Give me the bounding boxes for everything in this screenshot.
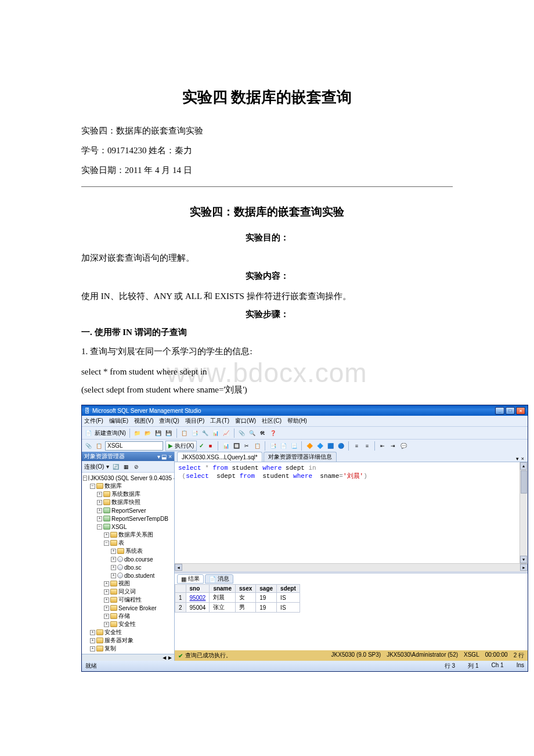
horizontal-scrollbar[interactable]: ◄► <box>82 654 174 661</box>
tree-table-student[interactable]: +dbo.student <box>82 571 174 579</box>
close-button[interactable]: × <box>516 407 525 415</box>
menu-community[interactable]: 社区(C) <box>262 417 282 425</box>
tree-node[interactable]: +复制 <box>82 645 174 653</box>
tree-node[interactable]: +ReportServerTempDB <box>82 514 174 523</box>
col-sage[interactable]: sage <box>256 585 277 593</box>
tree-node[interactable]: +视图 <box>82 579 174 588</box>
tree-databases-node[interactable]: −数据库 <box>82 482 174 490</box>
tool-icon[interactable]: 🛠 <box>259 429 267 437</box>
execute-button[interactable]: ▶ 执行(X) <box>165 441 197 451</box>
tree-node[interactable]: +安全性 <box>82 620 174 628</box>
tool-icon[interactable]: 📈 <box>222 429 230 437</box>
table-row[interactable]: 2 95004 张立 男 19 IS <box>175 603 300 613</box>
editor-horizontal-scrollbar[interactable]: ◄ ► <box>175 563 528 571</box>
tree-node[interactable]: +数据库关系图 <box>82 531 174 539</box>
tree-node[interactable]: +同义词 <box>82 588 174 596</box>
tree-xsgl-node[interactable]: −XSGL <box>82 523 174 531</box>
parse-icon[interactable]: ✓ <box>199 442 204 449</box>
tool-icon[interactable]: 🔍 <box>248 429 257 437</box>
tree-node[interactable]: +Service Broker <box>82 604 174 612</box>
tool-icon[interactable]: 📋 <box>253 442 261 450</box>
col-sno[interactable]: sno <box>186 585 210 593</box>
tree-node[interactable]: +系统数据库 <box>82 490 174 498</box>
ssms-window: 🗄 Microsoft SQL Server Management Studio… <box>81 405 528 672</box>
tool-icon[interactable]: ≡ <box>363 442 371 450</box>
tree-node[interactable]: +数据库快照 <box>82 498 174 506</box>
comment-icon[interactable]: 💬 <box>399 442 407 450</box>
tool-icon[interactable]: ≡ <box>352 442 360 450</box>
tool-icon[interactable]: 📊 <box>212 429 220 437</box>
results-grid[interactable]: sno sname ssex sage sdept 1 95002 刘晨 女 <box>175 584 528 650</box>
tree-table-course[interactable]: +dbo.course <box>82 555 174 563</box>
tool-icon[interactable]: 📑 <box>269 442 277 450</box>
tool-icon[interactable]: 📄 <box>279 442 287 450</box>
outdent-icon[interactable]: ⇥ <box>389 442 397 450</box>
tool-icon[interactable]: ✂ <box>243 442 251 450</box>
tool-icon[interactable]: 🟦 <box>326 442 334 450</box>
tab-query-file[interactable]: JKX5030.XSG...LQuery1.sql* <box>177 452 262 462</box>
tool-icon[interactable]: 📃 <box>290 442 298 450</box>
connect-button[interactable]: 连接(O) <box>84 463 104 471</box>
tree-server-node[interactable]: −JKX5030 (SQL Server 9.0.4035 - JKX5030\… <box>82 474 174 482</box>
dropdown-icon[interactable]: ▾ <box>106 463 109 470</box>
tab-results[interactable]: ▦结果 <box>177 574 204 584</box>
menu-help[interactable]: 帮助(H) <box>287 417 307 425</box>
col-sdept[interactable]: sdept <box>277 585 300 593</box>
tree-node[interactable]: +可编程性 <box>82 596 174 604</box>
tool-icon[interactable]: 🔷 <box>316 442 324 450</box>
tree-node[interactable]: +ReportServer <box>82 506 174 514</box>
tool-icon[interactable]: 🔵 <box>337 442 345 450</box>
sql-editor[interactable]: select * from student where sdept in (se… <box>175 462 528 563</box>
tree-node[interactable]: +存储 <box>82 612 174 620</box>
tool-icon[interactable]: 📊 <box>222 442 230 450</box>
window-titlebar[interactable]: 🗄 Microsoft SQL Server Management Studio… <box>82 405 528 416</box>
tree-node[interactable]: +服务器对象 <box>82 636 174 645</box>
help-icon[interactable]: ❓ <box>269 429 277 437</box>
tree-node[interactable]: +安全性 <box>82 628 174 636</box>
tool-icon[interactable]: 🔲 <box>232 442 240 450</box>
panel-controls[interactable]: ▾ ⬓ × <box>157 453 172 460</box>
menu-view[interactable]: 视图(V) <box>134 417 153 425</box>
filter-icon[interactable]: ▦ <box>122 463 130 471</box>
stop-refresh-icon[interactable]: ⊘ <box>132 463 140 471</box>
tab-oe-details[interactable]: 对象资源管理器详细信息 <box>264 452 337 462</box>
open-icon[interactable]: 📂 <box>144 429 152 437</box>
col-sname[interactable]: sname <box>210 585 236 593</box>
tab-messages[interactable]: 📄消息 <box>205 574 233 584</box>
tab-close-icon[interactable]: × <box>521 456 524 462</box>
database-selector[interactable]: XSGL <box>105 441 163 451</box>
object-explorer-tree[interactable]: −JKX5030 (SQL Server 9.0.4035 - JKX5030\… <box>82 473 174 654</box>
tool-icon[interactable]: 📋 <box>95 442 103 450</box>
menu-edit[interactable]: 编辑(E) <box>109 417 128 425</box>
tool-icon[interactable]: 📎 <box>84 442 92 450</box>
menu-query[interactable]: 查询(Q) <box>159 417 179 425</box>
maximize-button[interactable]: □ <box>506 407 515 415</box>
save-all-icon[interactable]: 💾 <box>165 429 173 437</box>
cell-sno[interactable]: 95002 <box>186 593 210 603</box>
table-row[interactable]: 1 95002 刘晨 女 19 IS <box>175 593 300 603</box>
tree-tables-node[interactable]: −表 <box>82 539 174 547</box>
menu-project[interactable]: 项目(P) <box>185 417 204 425</box>
tool-icon[interactable]: 🔧 <box>201 429 210 437</box>
minimize-button[interactable]: _ <box>495 407 504 415</box>
menu-tools[interactable]: 工具(T) <box>210 417 229 425</box>
menu-file[interactable]: 文件(F) <box>84 417 103 425</box>
new-query-icon[interactable]: 📄 <box>84 429 92 437</box>
col-ssex[interactable]: ssex <box>236 585 256 593</box>
tree-table-sc[interactable]: +dbo.sc <box>82 563 174 571</box>
indent-icon[interactable]: ⇤ <box>378 442 387 450</box>
refresh-icon[interactable]: 🔄 <box>111 463 120 471</box>
tool-icon[interactable]: 📎 <box>238 429 246 437</box>
tool-icon[interactable]: 🔶 <box>305 442 313 450</box>
object-explorer-header[interactable]: 对象资源管理器 ▾ ⬓ × <box>82 452 174 461</box>
menu-window[interactable]: 窗口(W) <box>235 417 256 425</box>
stop-icon[interactable]: ■ <box>206 442 214 450</box>
editor-vertical-scrollbar[interactable]: ▲ ▼ <box>519 462 528 563</box>
tree-node[interactable]: +系统表 <box>82 547 174 555</box>
tool-icon[interactable]: 📋 <box>181 429 189 437</box>
folder-icon[interactable]: 📁 <box>134 429 142 437</box>
tool-icon[interactable]: 📑 <box>191 429 199 437</box>
tab-dropdown-icon[interactable]: ▾ <box>516 456 519 462</box>
save-icon[interactable]: 💾 <box>154 429 163 437</box>
new-query-button[interactable]: 新建查询(N) <box>95 429 126 437</box>
